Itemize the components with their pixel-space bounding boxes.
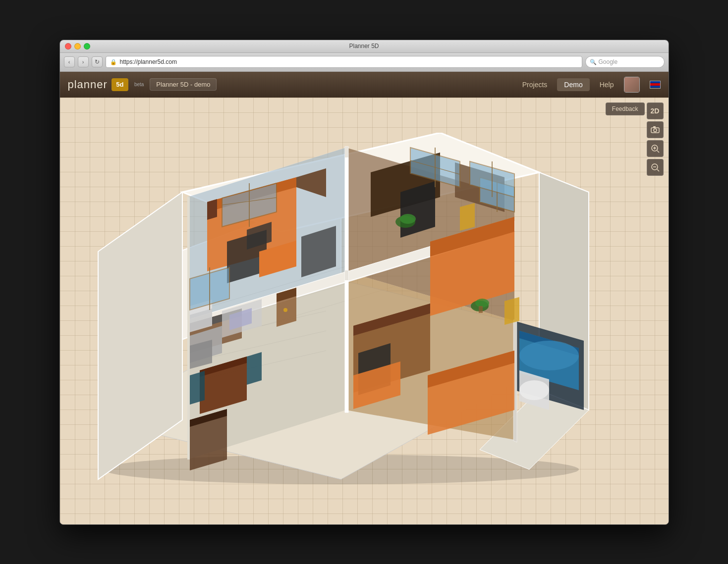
zoom-out-button[interactable] [647,159,664,176]
logo-text: planner [68,78,108,91]
svg-point-41 [400,214,416,224]
beta-badge: beta [134,82,144,87]
address-bar: ‹ › ↻ 🔒 https://planner5d.com 🔍 Google [60,53,669,72]
window-title: Planner 5D [349,43,379,50]
svg-marker-21 [345,147,348,157]
nav-help[interactable]: Help [600,81,614,89]
svg-marker-26 [345,270,348,280]
refresh-button[interactable]: ↻ [92,56,103,67]
back-button[interactable]: ‹ [64,56,75,67]
zoom-in-icon [651,144,660,153]
search-icon: 🔍 [590,59,597,65]
user-avatar[interactable] [624,77,640,93]
svg-marker-53 [190,371,205,405]
search-bar[interactable]: 🔍 Google [585,56,665,68]
view2d-label: 2D [651,107,660,115]
feedback-button[interactable]: Feedback [606,103,645,115]
svg-marker-44 [460,203,475,231]
project-name[interactable]: Planner 5D - demo [150,78,217,91]
search-placeholder: Google [599,58,618,65]
svg-marker-25 [345,270,348,412]
floorplan-container [83,133,604,504]
title-bar-buttons [65,43,90,50]
right-toolbar: 2D [647,103,664,176]
app-header: planner 5d beta Planner 5D - demo Projec… [60,72,669,98]
header-nav: Projects Demo Help [522,77,661,93]
zoom-out-icon [651,163,660,172]
svg-point-59 [283,308,287,312]
url-text: https://planner5d.com [120,58,177,65]
svg-marker-24 [187,197,190,460]
forward-button[interactable]: › [78,56,89,67]
close-button[interactable] [65,43,71,50]
logo-5d: 5d [112,78,128,91]
minimize-button[interactable] [74,43,81,50]
svg-rect-90 [653,126,656,128]
title-bar: Planner 5D [60,40,669,53]
screenshot-button[interactable] [647,121,664,138]
svg-point-68 [519,380,549,400]
maximize-button[interactable] [84,43,90,50]
svg-line-92 [657,151,659,153]
lock-icon: 🔒 [110,59,117,65]
svg-marker-30 [207,199,217,220]
svg-line-96 [657,169,659,171]
logo-area: planner 5d beta [68,78,144,91]
nav-projects[interactable]: Projects [522,81,548,89]
nav-demo[interactable]: Demo [557,78,589,91]
svg-rect-79 [479,306,483,313]
mac-window: Planner 5D ‹ › ↻ 🔒 https://planner5d.com… [59,40,669,525]
url-bar[interactable]: 🔒 https://planner5d.com [106,56,582,68]
svg-marker-80 [504,297,519,325]
zoom-in-button[interactable] [647,140,664,157]
svg-point-66 [519,341,579,370]
svg-marker-20 [345,147,348,274]
view-2d-button[interactable]: 2D [647,103,664,119]
language-flag[interactable] [650,81,661,89]
svg-point-89 [654,129,657,132]
camera-icon [651,126,660,133]
svg-marker-54 [247,352,262,385]
feedback-label: Feedback [612,105,638,112]
main-content[interactable]: Feedback 2D [60,98,669,524]
